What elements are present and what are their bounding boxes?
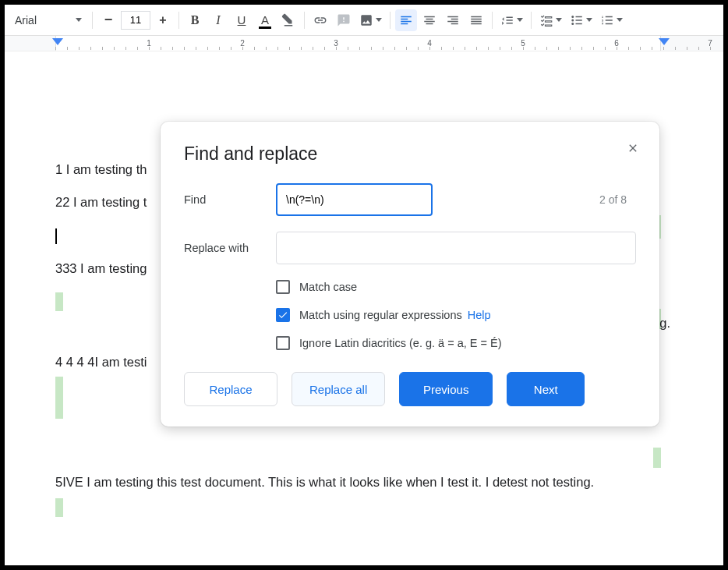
align-center-button[interactable] [419, 9, 440, 31]
ruler-tick [184, 47, 185, 50]
align-right-button[interactable] [442, 9, 464, 31]
line-spacing-button[interactable] [497, 9, 526, 31]
align-justify-button[interactable] [465, 9, 487, 31]
ruler-tick [441, 47, 442, 50]
font-family-label: Arial [15, 14, 37, 27]
right-indent-marker[interactable] [659, 38, 670, 45]
align-left-button[interactable] [395, 9, 417, 31]
ignore-diacritics-checkbox[interactable] [276, 336, 290, 350]
doc-text: 4 4 4 4I am testi [55, 355, 147, 369]
ruler-tick [336, 47, 337, 50]
dialog-title: Find and replace [184, 143, 636, 165]
ruler-tick [394, 47, 395, 50]
font-family-select[interactable]: Arial [9, 9, 87, 31]
next-button[interactable]: Next [507, 372, 585, 406]
ruler-tick [254, 47, 255, 50]
ruler-tick [581, 47, 582, 50]
checklist-button[interactable] [536, 9, 565, 31]
ruler-tick [161, 47, 161, 50]
ruler-tick [289, 47, 290, 50]
match-regex-checkbox[interactable] [276, 308, 290, 322]
font-size-increase-button[interactable]: + [152, 9, 174, 31]
ruler-tick [500, 47, 500, 50]
svg-point-2 [571, 23, 574, 25]
find-label: Find [184, 193, 276, 206]
replace-input[interactable] [276, 232, 636, 264]
ruler-tick [231, 47, 231, 50]
close-icon [627, 142, 639, 154]
separator [390, 12, 391, 29]
ruler-tick [640, 47, 641, 50]
insert-comment-button[interactable] [333, 9, 355, 31]
ruler-tick [277, 47, 278, 50]
caret-down-icon [76, 18, 82, 22]
ruler-tick [313, 47, 313, 50]
caret-down-icon [376, 18, 382, 22]
ruler-tick [546, 47, 547, 50]
doc-line: 5IVE I am testing this test document. Th… [55, 473, 673, 490]
previous-button[interactable]: Previous [399, 372, 493, 406]
ruler-tick [406, 47, 407, 50]
text-caret [55, 228, 57, 244]
ruler-tick [663, 47, 664, 50]
ruler-tick [418, 47, 419, 50]
separator [178, 12, 179, 29]
separator [492, 12, 493, 29]
ruler-tick [301, 47, 302, 50]
bold-button[interactable]: B [184, 9, 206, 31]
caret-down-icon [617, 18, 623, 22]
replace-button[interactable]: Replace [184, 372, 277, 406]
match-regex-text: Match using regular expressions [299, 309, 462, 321]
font-size-group: − + [97, 9, 174, 31]
ruler-tick [593, 47, 594, 50]
regex-help-link[interactable]: Help [468, 309, 491, 321]
ruler-tick [675, 47, 676, 50]
separator [304, 12, 305, 29]
close-button[interactable] [620, 136, 645, 161]
font-size-decrease-button[interactable]: − [97, 9, 119, 31]
ruler-tick [55, 47, 56, 50]
ruler-tick [196, 47, 196, 50]
ruler-tick [523, 47, 524, 50]
horizontal-ruler[interactable]: 1234567 [5, 36, 723, 51]
ruler-tick [67, 47, 68, 50]
underline-button[interactable]: U [231, 9, 253, 31]
ruler-tick [114, 47, 115, 50]
doc-text: 333 I am testing [55, 261, 147, 275]
caret-down-icon [586, 18, 592, 22]
ruler-tick [125, 47, 126, 50]
ruler-tick [488, 47, 489, 50]
replace-label: Replace with [184, 242, 276, 254]
ruler-tick [207, 47, 208, 50]
ruler-tick [324, 47, 325, 50]
ruler-tick [137, 47, 138, 50]
doc-line [55, 498, 673, 521]
ruler-tick [570, 47, 571, 50]
ruler-tick [383, 47, 383, 50]
find-highlight [653, 448, 661, 468]
ruler-tick [476, 47, 477, 50]
ruler-tick [102, 47, 103, 50]
ruler-tick [710, 47, 711, 50]
bulleted-list-button[interactable] [567, 9, 595, 31]
find-highlight [55, 498, 63, 517]
match-case-checkbox[interactable] [276, 280, 290, 294]
caret-down-icon [517, 18, 523, 22]
svg-point-1 [571, 19, 574, 21]
ruler-tick [371, 47, 372, 50]
doc-text: g. [659, 314, 670, 331]
ruler-tick [242, 47, 243, 50]
left-indent-marker[interactable] [52, 38, 63, 45]
text-color-button[interactable]: A [254, 9, 276, 31]
match-case-label: Match case [299, 281, 357, 293]
insert-link-button[interactable] [309, 9, 331, 31]
match-regex-label: Match using regular expressions Help [299, 309, 491, 321]
italic-button[interactable]: I [207, 9, 229, 31]
ruler-tick [149, 47, 150, 50]
replace-all-button[interactable]: Replace all [292, 372, 385, 406]
highlight-color-button[interactable] [277, 9, 299, 31]
numbered-list-button[interactable] [597, 9, 626, 31]
font-size-input[interactable] [121, 11, 150, 30]
find-input[interactable] [276, 183, 433, 216]
insert-image-button[interactable] [356, 9, 385, 31]
